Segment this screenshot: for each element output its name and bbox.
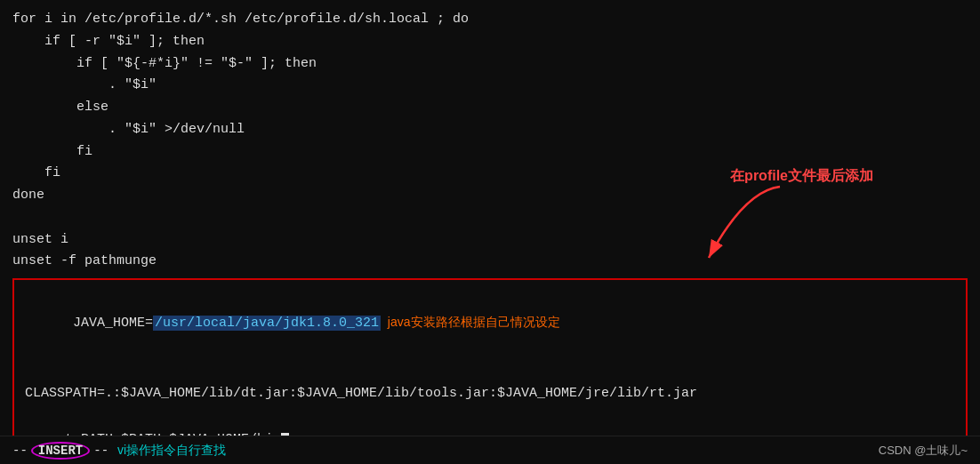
code-line-2: if [ -r "$i" ]; then [12,31,968,53]
java-home-comment: java安装路径根据自己情况设定 [381,315,559,329]
blank-line-2 [25,359,955,381]
code-line-10: unset i [12,229,968,252]
terminal: for i in /etc/profile.d/*.sh /etc/profil… [0,0,980,464]
java-home-line: JAVA_HOME=/usr/local/java/jdk1.8.0_321 j… [25,287,955,359]
code-line-4: . "$i" [12,75,968,97]
classpath-line: CLASSPATH=.:$JAVA_HOME/lib/dt.jar:$JAVA_… [25,381,955,405]
java-home-prefix: JAVA_HOME= [73,316,153,331]
code-line-5: else [12,97,968,119]
annotation-arrow [691,182,798,271]
dash-left: -- [12,444,28,458]
code-line-6: . "$i" >/dev/null [12,119,968,141]
insert-mode-indicator: -- INSERT -- vi操作指令自行查找 [12,442,226,460]
insert-badge: INSERT [31,442,90,460]
code-line-11: unset -f pathmunge [12,251,968,273]
code-line-7: fi [12,141,968,164]
blank-line-1 [12,207,968,229]
code-line-1: for i in /etc/profile.d/*.sh /etc/profil… [12,9,968,31]
dash-right: -- [93,444,108,458]
blank-line-3 [25,405,955,428]
code-block: for i in /etc/profile.d/*.sh /etc/profil… [12,9,968,273]
highlight-box: JAVA_HOME=/usr/local/java/jdk1.8.0_321 j… [12,278,968,460]
status-bar: -- INSERT -- vi操作指令自行查找 CSDN @土味儿~ [0,436,980,464]
java-home-path: /usr/local/java/jdk1.8.0_321 [153,316,381,331]
code-line-9: done [12,185,968,207]
csdn-label: CSDN @土味儿~ [879,443,968,459]
code-line-3: if [ "${-#*i}" != "$-" ]; then [12,53,968,76]
vi-hint-text: vi操作指令自行查找 [117,443,226,459]
